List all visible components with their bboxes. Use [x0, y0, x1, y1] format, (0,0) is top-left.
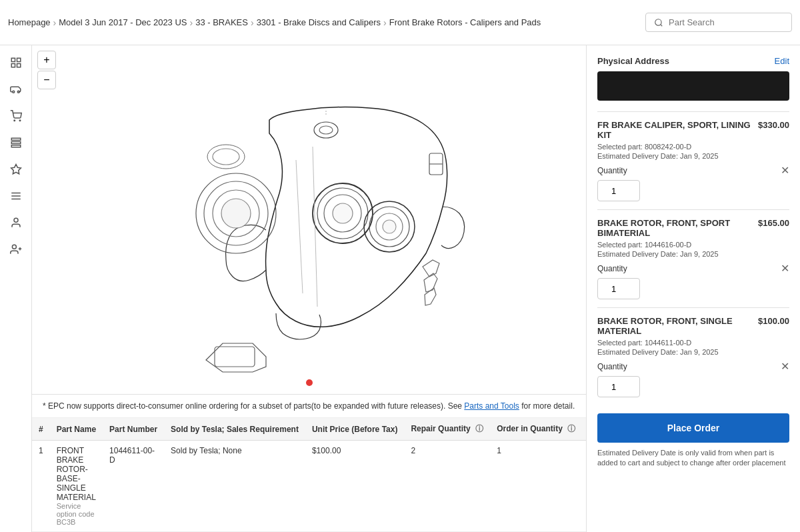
sidebar-list-icon[interactable]: [4, 131, 28, 155]
repair-qty-info-icon[interactable]: ⓘ: [475, 424, 483, 433]
table-header-row: # Part Name Part Number Sold by Tesla; S…: [32, 418, 586, 441]
svg-rect-4: [11, 64, 15, 67]
place-order-button[interactable]: Place Order: [597, 413, 789, 443]
svg-rect-3: [17, 58, 20, 61]
col-sales-req: Sold by Tesla; Sales Requirement: [164, 418, 305, 441]
cart-item-2-remove-button[interactable]: ✕: [781, 361, 789, 372]
col-actions: [582, 418, 586, 441]
breadcrumb-bar: Homepage › Model 3 Jun 2017 - Dec 2023 U…: [0, 0, 800, 45]
breadcrumb-item-2: 33 - BRAKES ›: [195, 17, 253, 28]
cell-part-number: 1044611-00-D: [103, 441, 164, 532]
svg-line-31: [296, 160, 303, 293]
edit-address-link[interactable]: Edit: [775, 56, 789, 66]
cart-item-1-header: BRAKE ROTOR, FRONT, SPORT BIMATERIAL $16…: [597, 218, 789, 238]
breadcrumb-sep-0: ›: [53, 17, 57, 28]
sidebar-car-icon[interactable]: [4, 77, 28, 101]
search-input[interactable]: [669, 17, 783, 27]
cart-item-0-header: FR BRAKE CALIPER, SPORT, LINING KIT $330…: [597, 120, 789, 140]
cart-item-1-remove-button[interactable]: ✕: [781, 263, 789, 274]
sidebar-dashboard-icon[interactable]: [4, 157, 28, 181]
parts-table: # Part Name Part Number Sold by Tesla; S…: [32, 418, 586, 532]
svg-point-21: [314, 122, 338, 138]
cart-item-2-price: $100.00: [758, 316, 789, 326]
breadcrumb: Homepage › Model 3 Jun 2017 - Dec 2023 U…: [8, 17, 645, 28]
svg-rect-11: [11, 142, 21, 144]
cart-item-2-header: BRAKE ROTOR, FRONT, SINGLE MATERIAL $100…: [597, 316, 789, 336]
delivery-notice: Estimated Delivery Date is only valid fr…: [597, 448, 789, 469]
cart-item-1-qty-label: Quantity: [597, 264, 627, 273]
col-part-name: Part Name: [50, 418, 103, 441]
svg-point-17: [14, 218, 18, 222]
part-name-text: FRONT BRAKE ROTOR- BASE- SINGLE MATERIAL: [57, 446, 96, 502]
svg-point-8: [14, 120, 15, 121]
cell-part-name: FRONT BRAKE ROTOR- BASE- SINGLE MATERIAL…: [50, 441, 103, 532]
order-qty-info-icon[interactable]: ⓘ: [567, 424, 575, 433]
cart-item-2-qty-input[interactable]: [597, 376, 640, 397]
epc-text-prefix: * EPC now supports direct-to-consumer on…: [43, 401, 464, 411]
zoom-out-button[interactable]: −: [37, 71, 56, 89]
svg-marker-13: [11, 165, 21, 174]
zoom-in-button[interactable]: +: [37, 51, 56, 69]
col-number: #: [32, 418, 50, 441]
sidebar-cart-icon[interactable]: [4, 104, 28, 128]
sidebar-user-icon[interactable]: [4, 211, 28, 235]
address-title: Physical Address: [597, 56, 669, 66]
svg-line-1: [661, 24, 663, 26]
cart-item-0-remove-button[interactable]: ✕: [781, 165, 789, 176]
svg-rect-12: [11, 145, 21, 147]
breadcrumb-item-4: Front Brake Rotors - Calipers and Pads: [389, 17, 541, 27]
cart-item-0-qty-row: Quantity ✕: [597, 165, 789, 176]
sidebar-grid-icon[interactable]: [4, 51, 28, 75]
cell-cart-action: [582, 441, 586, 532]
svg-point-40: [213, 149, 239, 165]
epc-parts-link[interactable]: Parts and Tools: [464, 401, 519, 411]
svg-point-30: [383, 220, 396, 233]
brake-diagram-svg: [136, 67, 483, 373]
cart-item-2: BRAKE ROTOR, FRONT, SINGLE MATERIAL $100…: [597, 307, 789, 405]
col-repair-qty: Repair Quantity ⓘ: [404, 418, 490, 441]
svg-point-22: [319, 126, 333, 134]
breadcrumb-sep-3: ›: [383, 17, 387, 28]
address-header: Physical Address Edit: [597, 56, 789, 66]
breadcrumb-sep-1: ›: [190, 17, 193, 28]
search-box[interactable]: [645, 13, 792, 32]
cart-item-2-qty-label: Quantity: [597, 362, 627, 371]
breadcrumb-link-3301[interactable]: 3301 - Brake Discs and Calipers: [257, 17, 381, 27]
cart-item-0-qty-input[interactable]: [597, 180, 640, 201]
cell-sales-req: Sold by Tesla; None: [164, 441, 305, 532]
breadcrumb-link-model3[interactable]: Model 3 Jun 2017 - Dec 2023 US: [59, 17, 187, 27]
svg-point-6: [12, 91, 14, 93]
svg-point-0: [655, 19, 661, 25]
cart-item-1-part: Selected part: 1044616-00-D: [597, 241, 789, 249]
sidebar-person-add-icon[interactable]: [4, 237, 28, 261]
cart-item-1-qty-input[interactable]: [597, 278, 640, 299]
right-panel: Physical Address Edit FR BRAKE CALIPER, …: [587, 45, 800, 532]
diagram-area: + −: [32, 45, 587, 532]
cart-item-1-qty-row: Quantity ✕: [597, 263, 789, 274]
service-code-text: Service option code BC3B: [57, 502, 96, 526]
breadcrumb-item-3: 3301 - Brake Discs and Calipers ›: [257, 17, 387, 28]
diagram-controls: + −: [37, 51, 56, 89]
breadcrumb-link-homepage[interactable]: Homepage: [8, 17, 51, 27]
svg-point-18: [12, 245, 16, 249]
address-block: [597, 71, 789, 101]
col-unit-price: Unit Price (Before Tax): [305, 418, 404, 441]
cart-item-0-price: $330.00: [758, 120, 789, 130]
cart-item-2-delivery: Estimated Delivery Date: Jan 9, 2025: [597, 348, 789, 356]
cart-item-2-name: BRAKE ROTOR, FRONT, SINGLE MATERIAL: [597, 316, 753, 336]
breadcrumb-link-brakes[interactable]: 33 - BRAKES: [195, 17, 248, 27]
cell-repair-qty: 2: [404, 441, 490, 532]
breadcrumb-item-0: Homepage ›: [8, 17, 56, 28]
cart-item-1: BRAKE ROTOR, FRONT, SPORT BIMATERIAL $16…: [597, 209, 789, 307]
cell-order-qty: 1: [490, 441, 582, 532]
breadcrumb-sep-2: ›: [251, 17, 254, 28]
breadcrumb-current: Front Brake Rotors - Calipers and Pads: [389, 17, 541, 27]
cart-item-0: FR BRAKE CALIPER, SPORT, LINING KIT $330…: [597, 111, 789, 209]
svg-rect-10: [11, 138, 21, 140]
cart-item-1-delivery: Estimated Delivery Date: Jan 9, 2025: [597, 250, 789, 258]
breadcrumb-item-1: Model 3 Jun 2017 - Dec 2023 US ›: [59, 17, 193, 28]
svg-point-26: [333, 203, 353, 223]
slide-indicator: [306, 379, 313, 386]
cell-unit-price: $100.00: [305, 441, 404, 532]
sidebar-menu-icon[interactable]: [4, 184, 28, 208]
